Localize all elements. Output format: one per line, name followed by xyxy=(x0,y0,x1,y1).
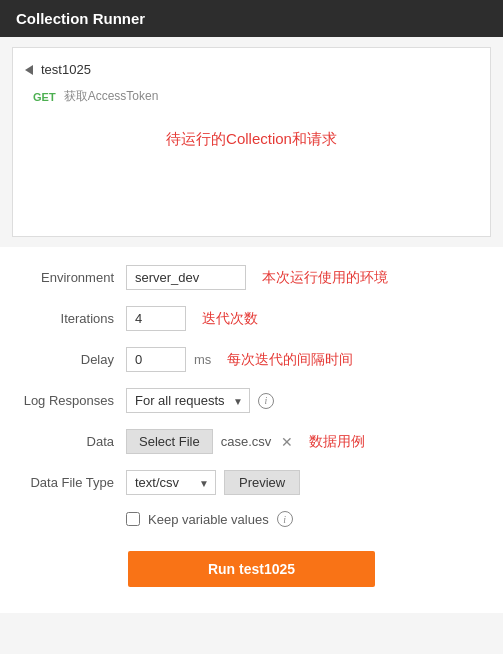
log-responses-label: Log Responses xyxy=(16,393,126,408)
run-button[interactable]: Run test1025 xyxy=(128,551,375,587)
log-responses-select[interactable]: For all requests For failed tests Never xyxy=(126,388,250,413)
get-badge: GET xyxy=(33,91,56,103)
keep-variable-info-icon[interactable]: i xyxy=(277,511,293,527)
clear-file-icon[interactable]: ✕ xyxy=(281,434,293,450)
collection-annotation: 待运行的Collection和请求 xyxy=(13,110,490,169)
app-title: Collection Runner xyxy=(16,10,145,27)
delay-annotation: 每次迭代的间隔时间 xyxy=(227,351,353,369)
log-responses-row: Log Responses For all requests For faile… xyxy=(0,380,503,421)
log-select-wrapper: For all requests For failed tests Never … xyxy=(126,388,250,413)
data-annotation: 数据用例 xyxy=(309,433,365,451)
main-content: test1025 GET 获取AccessToken 待运行的Collectio… xyxy=(0,47,503,613)
delay-unit: ms xyxy=(194,352,211,367)
iterations-row: Iterations 迭代次数 xyxy=(0,298,503,339)
delay-control: ms 每次迭代的间隔时间 xyxy=(126,347,487,372)
environment-input[interactable] xyxy=(126,265,246,290)
keep-variable-row: Keep variable values i xyxy=(0,503,503,535)
log-info-icon[interactable]: i xyxy=(258,393,274,409)
delay-label: Delay xyxy=(16,352,126,367)
get-request-item[interactable]: GET 获取AccessToken xyxy=(13,83,490,110)
data-file-type-select-wrapper: text/csv application/json ▼ xyxy=(126,470,216,495)
app-header: Collection Runner xyxy=(0,0,503,37)
keep-variable-checkbox[interactable] xyxy=(126,512,140,526)
collection-name: test1025 xyxy=(41,62,91,77)
collapse-icon xyxy=(25,65,33,75)
request-name: 获取AccessToken xyxy=(64,88,159,105)
iterations-control: 迭代次数 xyxy=(126,306,487,331)
preview-button[interactable]: Preview xyxy=(224,470,300,495)
run-btn-row: Run test1025 xyxy=(0,535,503,603)
iterations-annotation: 迭代次数 xyxy=(202,310,258,328)
environment-label: Environment xyxy=(16,270,126,285)
form-section: Environment 本次运行使用的环境 Iterations 迭代次数 De… xyxy=(0,247,503,613)
collection-panel: test1025 GET 获取AccessToken 待运行的Collectio… xyxy=(12,47,491,237)
collection-tree-item[interactable]: test1025 xyxy=(13,56,490,83)
environment-annotation: 本次运行使用的环境 xyxy=(262,269,388,287)
data-control: Select File case.csv ✕ 数据用例 xyxy=(126,429,487,454)
data-row: Data Select File case.csv ✕ 数据用例 xyxy=(0,421,503,462)
data-file-type-select[interactable]: text/csv application/json xyxy=(126,470,216,495)
keep-variable-label: Keep variable values xyxy=(148,512,269,527)
data-file-type-row: Data File Type text/csv application/json… xyxy=(0,462,503,503)
delay-input[interactable] xyxy=(126,347,186,372)
iterations-input[interactable] xyxy=(126,306,186,331)
environment-row: Environment 本次运行使用的环境 xyxy=(0,257,503,298)
select-file-button[interactable]: Select File xyxy=(126,429,213,454)
iterations-label: Iterations xyxy=(16,311,126,326)
log-responses-control: For all requests For failed tests Never … xyxy=(126,388,487,413)
data-file-type-label: Data File Type xyxy=(16,475,126,490)
delay-row: Delay ms 每次迭代的间隔时间 xyxy=(0,339,503,380)
data-label: Data xyxy=(16,434,126,449)
environment-control: 本次运行使用的环境 xyxy=(126,265,487,290)
file-name: case.csv xyxy=(221,434,272,449)
data-file-type-control: text/csv application/json ▼ Preview xyxy=(126,470,487,495)
